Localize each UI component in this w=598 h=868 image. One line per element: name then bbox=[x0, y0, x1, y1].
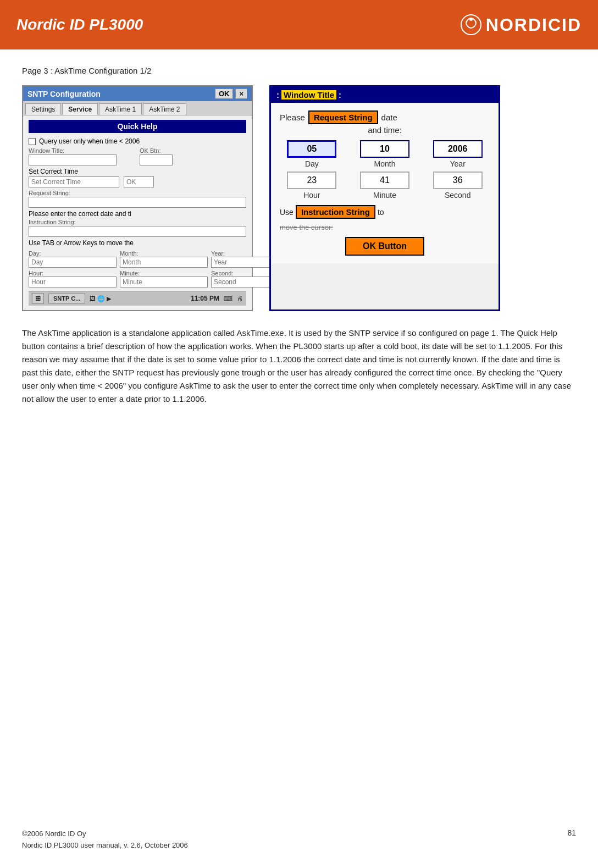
minute-input[interactable] bbox=[120, 277, 208, 288]
hour-col-label: Hour: bbox=[29, 270, 117, 277]
minute-col: Minute: bbox=[120, 270, 208, 288]
ok-btn-group: OK Btn: bbox=[140, 147, 246, 165]
dialog-minute-input[interactable] bbox=[360, 172, 409, 189]
ok-btn-label: OK Btn: bbox=[140, 147, 246, 154]
page-subtitle: Page 3 : AskTime Configuration 1/2 bbox=[22, 66, 576, 75]
dialog-date-text: date bbox=[381, 113, 397, 122]
window-title-value-input[interactable] bbox=[29, 176, 119, 187]
taskbar-icon: ⌨ bbox=[224, 295, 232, 302]
tab-asktime2[interactable]: AskTime 2 bbox=[143, 103, 186, 115]
tab-settings[interactable]: Settings bbox=[25, 103, 61, 115]
dialog-day-input[interactable] bbox=[287, 140, 336, 158]
sntp-window: SNTP Configuration OK × Settings Service… bbox=[22, 85, 253, 311]
dialog-year-field: Year bbox=[425, 140, 490, 168]
footer-manual: Nordic ID PL3000 user manual, v. 2.6, Oc… bbox=[22, 840, 188, 852]
date-fields-row: Day: Month: Year: bbox=[29, 250, 246, 268]
dialog-title-colon2: : bbox=[339, 90, 341, 99]
instruction-string-input[interactable] bbox=[29, 226, 246, 237]
dialog-body: Please Request String date and time: Day… bbox=[271, 103, 499, 263]
dialog-title-highlight: Window Title bbox=[281, 90, 337, 100]
dialog-time-row: Hour Minute Second bbox=[280, 172, 490, 200]
sntp-close-button[interactable]: × bbox=[235, 89, 247, 99]
dialog-minute-field: Minute bbox=[353, 172, 417, 200]
sntp-body: Quick Help Query user only when time < 2… bbox=[23, 115, 252, 310]
dialog-month-field: Month bbox=[353, 140, 417, 168]
query-checkbox[interactable] bbox=[29, 138, 36, 145]
ok-value-input[interactable] bbox=[124, 176, 154, 187]
tab-asktime1[interactable]: AskTime 1 bbox=[99, 103, 142, 115]
sntp-titlebar-btns: OK × bbox=[215, 89, 247, 99]
ok-btn-input[interactable] bbox=[140, 154, 173, 165]
day-col: Day: bbox=[29, 250, 117, 268]
dialog-instruction-suffix: to bbox=[378, 208, 384, 217]
dialog-instruction-row: Use Instruction String to bbox=[280, 205, 490, 219]
quick-help-bar: Quick Help bbox=[29, 120, 246, 133]
dialog-second-label: Second bbox=[445, 191, 470, 200]
dialog-and-time: and time: bbox=[280, 125, 490, 135]
header-logo: NORDICID bbox=[461, 14, 582, 35]
hour-col: Hour: bbox=[29, 270, 117, 288]
taskbar-icon2: 🖨 bbox=[237, 295, 243, 302]
query-label: Query user only when time < 2006 bbox=[39, 137, 140, 145]
taskbar-time: 11:05 PM bbox=[191, 295, 219, 302]
window-title-input[interactable] bbox=[29, 154, 117, 165]
logo-text: NORDICID bbox=[486, 15, 582, 35]
sntp-titlebar: SNTP Configuration OK × bbox=[23, 86, 252, 101]
dialog-hour-input[interactable] bbox=[287, 172, 336, 189]
page-footer: ©2006 Nordic ID Oy Nordic ID PL3000 user… bbox=[22, 828, 576, 852]
dialog-instruction-string: Instruction String bbox=[296, 205, 375, 219]
sntp-ok-button[interactable]: OK bbox=[215, 89, 234, 99]
dialog-day-field: Day bbox=[280, 140, 344, 168]
dialog-year-label: Year bbox=[450, 159, 466, 168]
sntp-tabs: Settings Service AskTime 1 AskTime 2 bbox=[23, 101, 252, 115]
taskbar-sntp[interactable]: SNTP C... bbox=[48, 294, 85, 303]
dialog-hour-label: Hour bbox=[303, 191, 320, 200]
window-title-value-label: Set Correct Time bbox=[29, 168, 246, 175]
month-input[interactable] bbox=[120, 257, 208, 268]
taskbar-arrow: 🖼 🌐 ▶ bbox=[90, 295, 111, 302]
dialog-month-input[interactable] bbox=[360, 140, 409, 158]
window-title-value-row bbox=[29, 176, 246, 187]
footer-page-number: 81 bbox=[567, 828, 576, 852]
screenshots-row: SNTP Configuration OK × Settings Service… bbox=[22, 85, 576, 311]
day-col-label: Day: bbox=[29, 250, 117, 257]
header: Nordic ID PL3000 NORDICID bbox=[0, 0, 598, 49]
query-row: Query user only when time < 2006 bbox=[29, 137, 246, 145]
dialog-please-row: Please Request String date bbox=[280, 110, 490, 124]
month-col-label: Month: bbox=[120, 250, 208, 257]
window-title-label: Window Title: bbox=[29, 147, 135, 154]
time-fields-row: Hour: Minute: Second: bbox=[29, 270, 246, 288]
dialog-second-field: Second bbox=[425, 172, 490, 200]
body-text: The AskTime application is a standalone … bbox=[22, 327, 576, 406]
footer-left: ©2006 Nordic ID Oy Nordic ID PL3000 user… bbox=[22, 828, 188, 852]
dialog-please-text: Please bbox=[280, 113, 305, 122]
day-input[interactable] bbox=[29, 257, 117, 268]
request-string-value: Please enter the correct date and ti bbox=[29, 210, 246, 218]
window-dialog: : Window Title : Please Request String d… bbox=[269, 85, 500, 311]
dialog-year-input[interactable] bbox=[433, 140, 483, 158]
dialog-hour-field: Hour bbox=[280, 172, 344, 200]
dialog-instruction-prefix: Use bbox=[280, 208, 294, 217]
nordicid-logo-icon bbox=[461, 14, 481, 35]
request-string-input[interactable] bbox=[29, 197, 246, 208]
sntp-taskbar: ⊞ SNTP C... 🖼 🌐 ▶ 11:05 PM ⌨ 🖨 bbox=[29, 291, 246, 306]
header-title: Nordic ID PL3000 bbox=[16, 16, 143, 34]
title-ok-row: Window Title: OK Btn: bbox=[29, 147, 246, 165]
sntp-window-title: SNTP Configuration bbox=[27, 90, 101, 98]
dialog-ok-row: OK Button bbox=[280, 237, 490, 256]
instruction-string-value: Use TAB or Arrow Keys to move the bbox=[29, 239, 246, 247]
minute-col-label: Minute: bbox=[120, 270, 208, 277]
request-string-label: Request String: bbox=[29, 190, 246, 196]
dialog-day-label: Day bbox=[305, 159, 319, 168]
hour-input[interactable] bbox=[29, 277, 117, 288]
dialog-date-row: Day Month Year bbox=[280, 140, 490, 168]
dialog-ok-button[interactable]: OK Button bbox=[345, 237, 424, 256]
tab-service[interactable]: Service bbox=[62, 103, 98, 115]
month-col: Month: bbox=[120, 250, 208, 268]
dialog-instruction-subtext: move the cursor: bbox=[280, 223, 490, 231]
dialog-request-string: Request String bbox=[308, 110, 378, 124]
instruction-string-label: Instruction String: bbox=[29, 219, 246, 225]
start-button[interactable]: ⊞ bbox=[32, 293, 44, 304]
svg-point-1 bbox=[469, 18, 473, 21]
dialog-second-input[interactable] bbox=[433, 172, 483, 189]
